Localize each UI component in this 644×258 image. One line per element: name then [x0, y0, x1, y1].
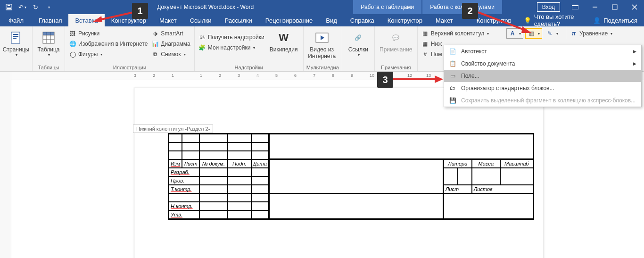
pages-label: Страницы: [3, 46, 29, 53]
ribbon-display-icon[interactable]: [566, 0, 585, 14]
title-block-table[interactable]: Изм Лист № докум. Подп. Дата Литера Масс…: [168, 133, 534, 220]
tb-litera: Литера: [444, 159, 472, 168]
tab-layout[interactable]: Макет: [153, 14, 183, 26]
my-addins-button[interactable]: 🧩Мои надстройки▾: [198, 42, 265, 53]
tab-help[interactable]: Справка: [344, 14, 381, 26]
autotext-icon: 📄: [449, 48, 456, 55]
tab-home[interactable]: Главная: [32, 14, 68, 26]
table-button[interactable]: Таблица▾: [35, 28, 62, 57]
arrow-3: [392, 75, 444, 84]
share-icon: 👤: [593, 17, 601, 24]
shapes-icon: ◯: [69, 50, 76, 58]
group-pages: Страницы▾: [0, 26, 33, 71]
share-button[interactable]: 👤 Поделиться: [586, 14, 644, 26]
tab-ctx-design[interactable]: Конструктор: [381, 14, 429, 26]
redo-icon[interactable]: ↻: [30, 2, 41, 12]
chart-icon: 📊: [151, 40, 159, 48]
svg-rect-18: [43, 32, 54, 35]
group-tables-label: Таблицы: [35, 64, 62, 71]
undo-icon[interactable]: ↶▾: [17, 2, 27, 12]
get-addins-button[interactable]: 🛍Получить надстройки: [198, 32, 265, 42]
header-icon: ▦: [421, 30, 429, 37]
vertical-ruler[interactable]: [0, 72, 11, 258]
tb-listov: Листов: [472, 185, 533, 193]
arrow-2: [476, 10, 533, 34]
signin-button[interactable]: Вход: [537, 2, 560, 12]
callout-1: 1: [132, 3, 148, 19]
pagenum-icon: #: [421, 50, 429, 58]
dd-organizer[interactable]: 🗂Организатор стандартных блоков...: [444, 82, 641, 94]
docprop-icon: 📋: [449, 60, 456, 67]
svg-line-23: [478, 12, 525, 30]
group-addins-label: Надстройки: [198, 64, 300, 71]
dd-autotext[interactable]: 📄Автотекст▶: [444, 45, 641, 58]
tab-review[interactable]: Рецензирование: [259, 14, 319, 26]
tb-docnum: № докум.: [199, 159, 228, 168]
maximize-icon[interactable]: [605, 0, 624, 14]
table-label: Таблица: [37, 46, 59, 53]
quickparts-dropdown: 📄Автотекст▶ 📋Свойство документа▶ ▭Поле..…: [444, 45, 642, 107]
dd-save-selection: 💾Сохранить выделенный фрагмент в коллекц…: [444, 94, 641, 107]
tb-razrab: Разраб.: [169, 168, 199, 176]
group-addins: 🛍Получить надстройки 🧩Мои надстройки▾ W …: [195, 26, 304, 71]
chart-button[interactable]: 📊Диаграмма: [150, 39, 191, 49]
tb-data: Дата: [251, 159, 269, 168]
dd-docprop[interactable]: 📋Свойство документа▶: [444, 58, 641, 70]
pictures-button[interactable]: 🖼Рисунки: [68, 28, 149, 39]
screenshot-button[interactable]: ⧉Снимок▾: [150, 49, 191, 59]
close-icon[interactable]: [625, 0, 644, 14]
field-icon: ▭: [449, 72, 456, 80]
group-media-label: Мультимедиа: [306, 64, 339, 71]
table-icon: [41, 30, 56, 45]
link-icon: 🔗: [351, 30, 366, 45]
group-links: 🔗 Ссылки▾: [342, 26, 375, 71]
tab-mailings[interactable]: Рассылки: [218, 14, 258, 26]
links-button[interactable]: 🔗 Ссылки▾: [345, 28, 372, 57]
comment-button[interactable]: 💬 Примечание: [378, 28, 414, 53]
group-media: Видео из Интернета Мультимедиа: [304, 26, 342, 71]
tb-prov: Пров.: [169, 176, 199, 185]
wikipedia-button[interactable]: W Википедия: [267, 28, 300, 53]
tb-tkontr: Т.контр.: [169, 185, 199, 193]
tb-list2: Лист: [444, 185, 472, 193]
save-icon[interactable]: [4, 2, 14, 12]
wordart-icon: ✎: [546, 30, 553, 37]
svg-marker-26: [435, 75, 443, 83]
svg-rect-4: [572, 5, 578, 6]
tb-utv: Утв.: [169, 210, 199, 219]
tb-nkontr: Н.контр.: [169, 202, 199, 210]
svg-rect-1: [7, 8, 11, 9]
pages-button[interactable]: Страницы▾: [3, 28, 29, 57]
tab-ctx-layout[interactable]: Макет: [429, 14, 460, 26]
online-pictures-button[interactable]: 🌐Изображения в Интернете: [68, 39, 149, 49]
smartart-button[interactable]: ⬗SmartArt: [150, 28, 191, 39]
svg-rect-12: [13, 38, 17, 39]
tb-massa: Масса: [472, 159, 500, 168]
footer-section-tag: Нижний колонтитул -Раздел 2-: [133, 125, 213, 133]
quick-access-toolbar: ↶▾ ↻ ▾: [0, 2, 58, 12]
online-video-button[interactable]: Видео из Интернета: [306, 28, 338, 59]
equation-button[interactable]: πУравнение▾: [569, 28, 613, 39]
tab-view[interactable]: Вид: [319, 14, 344, 26]
callout-2: 2: [462, 3, 478, 19]
page-icon: [8, 30, 24, 45]
tab-references[interactable]: Ссылки: [183, 14, 218, 26]
minimize-icon[interactable]: [586, 0, 604, 14]
wikipedia-icon: W: [276, 30, 291, 45]
wordart-button[interactable]: ✎▾: [544, 28, 560, 39]
group-illustrations: 🖼Рисунки 🌐Изображения в Интернете ◯Фигур…: [65, 26, 195, 71]
group-illus-label: Иллюстрации: [68, 64, 191, 71]
video-icon: [314, 30, 330, 45]
svg-line-21: [99, 12, 133, 20]
screenshot-icon: ⧉: [151, 50, 159, 58]
tell-me-label: Что вы хотите сделать?: [534, 13, 581, 27]
group-comments: 💬 Примечание Примечания: [375, 26, 418, 71]
equation-icon: π: [570, 30, 578, 37]
dd-field[interactable]: ▭Поле...: [444, 70, 641, 82]
shapes-button[interactable]: ◯Фигуры▾: [68, 49, 149, 59]
addins-icon: 🧩: [198, 44, 206, 51]
tab-file[interactable]: Файл: [0, 14, 32, 26]
qat-customize-icon[interactable]: ▾: [43, 2, 54, 12]
document-title: Документ Microsoft Word.docx - Word: [58, 4, 353, 10]
chevron-right-icon: ▶: [633, 49, 636, 54]
